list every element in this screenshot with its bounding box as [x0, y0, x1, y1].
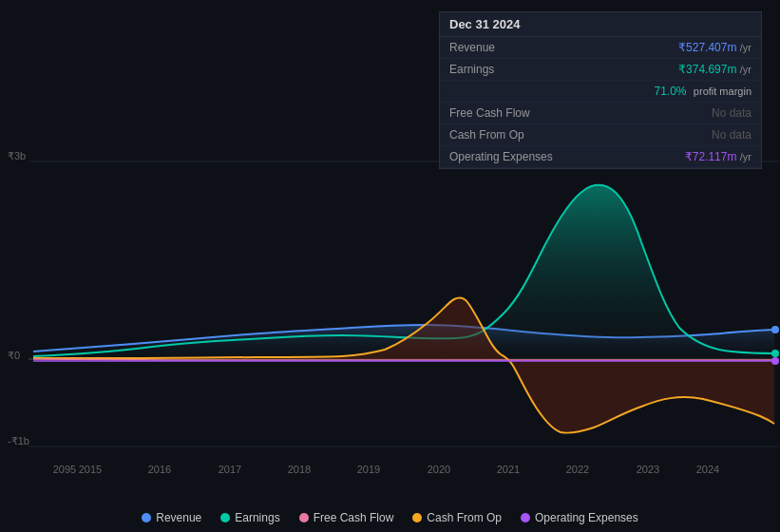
tooltip-margin-label	[449, 85, 573, 98]
legend-earnings-label: Earnings	[235, 511, 279, 524]
legend-cashop-dot	[412, 513, 422, 522]
legend-revenue-label: Revenue	[156, 511, 201, 524]
legend-cashop[interactable]: Cash From Op	[412, 511, 502, 524]
opex-end-dot	[771, 357, 779, 365]
legend-earnings[interactable]: Earnings	[220, 511, 279, 524]
tooltip-revenue-row: Revenue ₹527.407m /yr	[440, 37, 761, 59]
tooltip-earnings-label: Earnings	[449, 63, 573, 76]
legend-fcf-label: Free Cash Flow	[314, 511, 394, 524]
tooltip-earnings-value: ₹374.697m /yr	[678, 63, 751, 76]
chart-legend: Revenue Earnings Free Cash Flow Cash Fro…	[0, 511, 780, 524]
tooltip-opex-label: Operating Expenses	[449, 150, 573, 163]
data-tooltip: Dec 31 2024 Revenue ₹527.407m /yr Earnin…	[439, 11, 762, 169]
legend-fcf[interactable]: Free Cash Flow	[299, 511, 394, 524]
tooltip-fcf-label: Free Cash Flow	[449, 106, 573, 120]
legend-opex[interactable]: Operating Expenses	[521, 511, 638, 524]
x-label-2018: 2018	[288, 464, 311, 475]
x-label-2023: 2023	[637, 464, 659, 475]
revenue-end-dot	[771, 326, 779, 333]
tooltip-earnings-row: Earnings ₹374.697m /yr	[440, 59, 761, 81]
tooltip-revenue-label: Revenue	[449, 41, 573, 54]
legend-cashop-label: Cash From Op	[427, 511, 502, 524]
legend-revenue[interactable]: Revenue	[142, 511, 201, 524]
tooltip-cashop-row: Cash From Op No data	[440, 124, 761, 146]
x-label-2020: 2020	[428, 464, 450, 475]
tooltip-opex-row: Operating Expenses ₹72.117m /yr	[440, 146, 761, 168]
legend-earnings-dot	[220, 513, 230, 522]
legend-revenue-dot	[142, 513, 151, 522]
x-label-2021: 2021	[497, 464, 520, 475]
x-label-2022: 2022	[566, 464, 589, 475]
tooltip-fcf-value: No data	[712, 106, 751, 120]
x-label-2024: 2024	[696, 464, 719, 475]
legend-fcf-dot	[299, 513, 309, 522]
x-label-2095: 2095	[53, 464, 76, 475]
tooltip-fcf-row: Free Cash Flow No data	[440, 103, 761, 124]
tooltip-margin-row: 71.0% profit margin	[440, 81, 761, 103]
legend-opex-label: Operating Expenses	[535, 511, 638, 524]
x-label-2015: 2015	[79, 464, 102, 475]
tooltip-cashop-label: Cash From Op	[449, 128, 573, 142]
tooltip-cashop-value: No data	[712, 128, 751, 142]
legend-opex-dot	[521, 513, 530, 522]
tooltip-date: Dec 31 2024	[440, 12, 761, 37]
x-label-2017: 2017	[219, 464, 241, 475]
tooltip-revenue-value: ₹527.407m /yr	[678, 41, 751, 54]
tooltip-margin-value: 71.0% profit margin	[655, 85, 752, 98]
x-label-2019: 2019	[357, 464, 380, 475]
x-label-2016: 2016	[148, 464, 171, 475]
tooltip-opex-value: ₹72.117m /yr	[685, 150, 751, 163]
earnings-end-dot	[771, 350, 779, 357]
